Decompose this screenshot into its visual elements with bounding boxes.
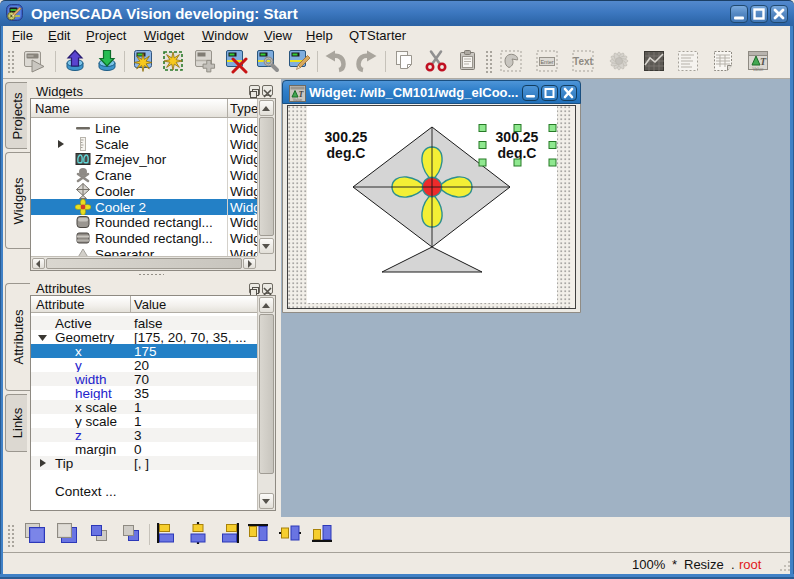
svg-text:Text: Text — [573, 56, 593, 67]
svg-text:300.25: 300.25 — [325, 129, 368, 145]
svg-text:Value: Value — [293, 98, 302, 102]
svg-text:deg.C: deg.C — [327, 145, 366, 161]
svg-text:Value: Value — [752, 67, 764, 72]
svg-text:T: T — [760, 56, 767, 67]
svg-text:Enter: Enter — [540, 59, 553, 65]
